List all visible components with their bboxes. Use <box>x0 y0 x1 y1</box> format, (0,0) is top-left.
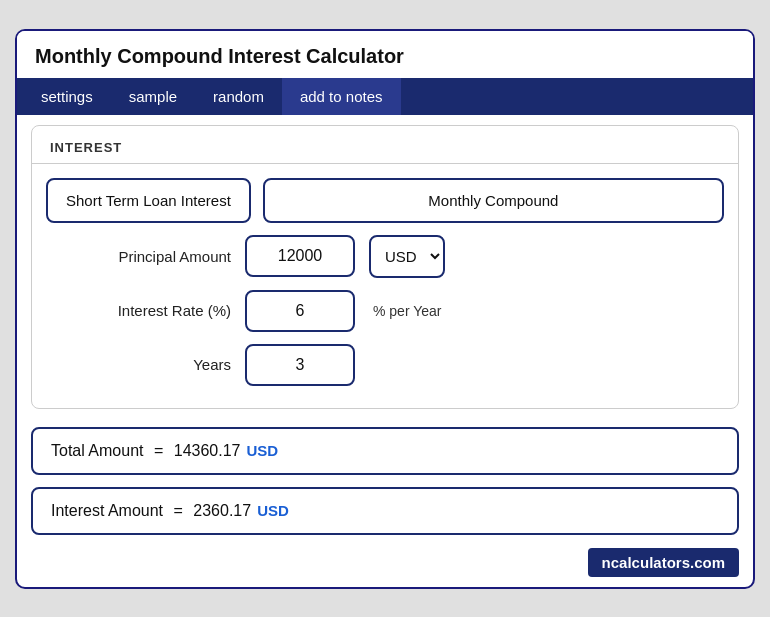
currency-dropdown-row: USD EUR GBP <box>369 235 445 278</box>
tab-bar: settings sample random add to notes <box>17 78 753 115</box>
app-title: Monthly Compound Interest Calculator <box>35 45 735 68</box>
interest-amount-value: 2360.17 <box>193 502 251 520</box>
monthly-compound-button[interactable]: Monthly Compound <box>263 178 724 223</box>
tab-add-to-notes[interactable]: add to notes <box>282 78 401 115</box>
interest-rate-input[interactable] <box>245 290 355 332</box>
form-rows: Principal Amount USD EUR GBP Interest Ra… <box>32 235 738 386</box>
interest-amount-currency: USD <box>257 502 289 519</box>
interest-section: INTEREST Short Term Loan Interest Monthl… <box>31 125 739 409</box>
total-amount-box: Total Amount = 14360.17 USD <box>31 427 739 475</box>
total-amount-value: 14360.17 <box>174 442 241 460</box>
years-label: Years <box>46 356 231 373</box>
tab-settings[interactable]: settings <box>23 78 111 115</box>
interest-rate-label: Interest Rate (%) <box>46 302 231 319</box>
years-row: Years <box>46 344 724 386</box>
principal-label: Principal Amount <box>46 248 231 265</box>
principal-input[interactable] <box>245 235 355 277</box>
interest-amount-equals: = <box>169 502 187 520</box>
title-bar: Monthly Compound Interest Calculator <box>17 31 753 78</box>
interest-rate-unit: % per Year <box>373 303 442 319</box>
total-amount-label: Total Amount <box>51 442 144 460</box>
section-label: INTEREST <box>32 126 738 164</box>
calculator-container: Monthly Compound Interest Calculator set… <box>15 29 755 589</box>
currency-select[interactable]: USD EUR GBP <box>369 235 445 278</box>
total-amount-equals: = <box>150 442 168 460</box>
interest-amount-box: Interest Amount = 2360.17 USD <box>31 487 739 535</box>
branding: ncalculators.com <box>588 548 739 577</box>
main-content: INTEREST Short Term Loan Interest Monthl… <box>17 125 753 587</box>
interest-rate-row: Interest Rate (%) % per Year <box>46 290 724 332</box>
years-input[interactable] <box>245 344 355 386</box>
result-rows: Total Amount = 14360.17 USD Interest Amo… <box>31 427 739 535</box>
tab-sample[interactable]: sample <box>111 78 195 115</box>
principal-row: Principal Amount USD EUR GBP <box>46 235 724 278</box>
type-buttons-row: Short Term Loan Interest Monthly Compoun… <box>46 178 724 223</box>
total-amount-currency: USD <box>246 442 278 459</box>
short-term-loan-button[interactable]: Short Term Loan Interest <box>46 178 251 223</box>
tab-random[interactable]: random <box>195 78 282 115</box>
interest-amount-label: Interest Amount <box>51 502 163 520</box>
